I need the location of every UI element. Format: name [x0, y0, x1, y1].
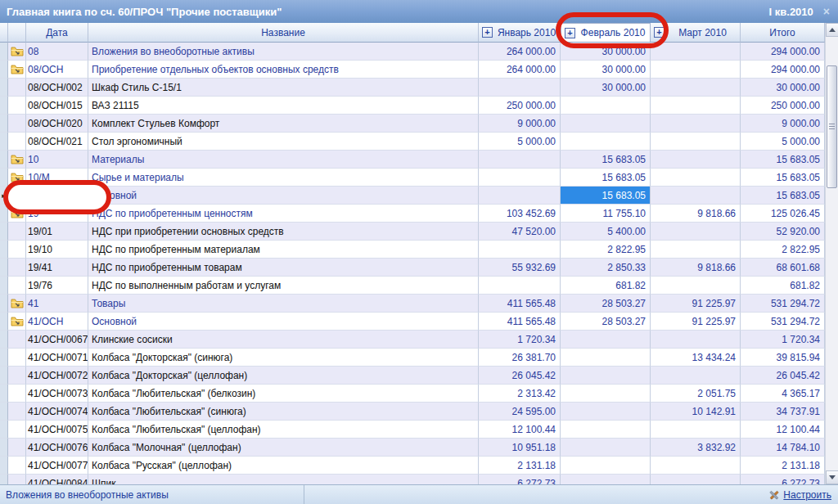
header-name[interactable]: Название	[88, 23, 479, 43]
cell-january[interactable]: 264 000.00	[479, 43, 561, 61]
table-row[interactable]: 08/ОСН/002 Шкаф Стиль С-15/1 30 000.00 3…	[0, 79, 825, 97]
row-date[interactable]: 19/41	[26, 259, 88, 277]
table-row[interactable]: 08/ОСН Приобретение отдельных объектов о…	[0, 61, 825, 79]
table-row[interactable]: 41/ОСН/0071 Колбаса "Докторская" (синюга…	[0, 349, 825, 367]
row-name[interactable]: Колбаса "Докторская" (целлофан)	[88, 367, 479, 385]
row-name[interactable]: Шпик	[88, 475, 479, 484]
cell-january[interactable]: 24 595.00	[479, 403, 561, 421]
cell-january[interactable]	[479, 151, 561, 169]
cell-january[interactable]: 103 452.69	[479, 205, 561, 223]
cell-march[interactable]	[651, 133, 741, 151]
cell-total[interactable]: 14 784.10	[741, 439, 825, 457]
expand-january-icon[interactable]: +	[482, 27, 493, 38]
table-row[interactable]: 41/ОСН/0076 Колбаса "Молочная" (целлофан…	[0, 439, 825, 457]
cell-total[interactable]: 30 000.00	[741, 79, 825, 97]
cell-february[interactable]	[561, 457, 651, 475]
cell-total[interactable]: 1 720.34	[741, 331, 825, 349]
cell-march[interactable]: 13 434.24	[651, 349, 741, 367]
cell-total[interactable]: 34 737.91	[741, 403, 825, 421]
header-march[interactable]: + Март 2010	[651, 23, 741, 43]
cell-february[interactable]: 30 000.00	[561, 61, 651, 79]
row-date[interactable]: 19	[26, 205, 88, 223]
cell-february[interactable]: 2 850.33	[561, 259, 651, 277]
cell-total[interactable]: 2 822.95	[741, 241, 825, 259]
cell-january[interactable]	[479, 169, 561, 187]
table-row[interactable]: 41/ОСН/0072 Колбаса "Докторская" (целлоф…	[0, 367, 825, 385]
cell-total[interactable]: 15 683.05	[741, 151, 825, 169]
table-row[interactable]: 08/ОСН/015 ВАЗ 21115 250 000.00 250 000.…	[0, 97, 825, 115]
row-date[interactable]: 10/М	[26, 169, 88, 187]
cell-march[interactable]: 2 051.75	[651, 385, 741, 403]
cell-march[interactable]: 91 225.97	[651, 313, 741, 331]
cell-march[interactable]: 9 818.66	[651, 205, 741, 223]
row-name[interactable]: Товары	[88, 295, 479, 313]
cell-march[interactable]	[651, 331, 741, 349]
table-row[interactable]: 41/ОСН/0074 Колбаса "Любительская" (синю…	[0, 403, 825, 421]
table-row[interactable]: 08/ОСН/020 Комплект Стульев Комфорт 9 00…	[0, 115, 825, 133]
cell-march[interactable]	[651, 367, 741, 385]
cell-total[interactable]: 39 815.94	[741, 349, 825, 367]
row-date[interactable]: 19/10	[26, 241, 88, 259]
cell-total[interactable]: 294 000.00	[741, 61, 825, 79]
row-name[interactable]: НДС по выполненным работам и услугам	[88, 277, 479, 295]
table-row[interactable]: 10 Материалы 15 683.05 15 683.05	[0, 151, 825, 169]
cell-total[interactable]: 68 601.68	[741, 259, 825, 277]
header-february[interactable]: + Февраль 2010	[561, 23, 651, 43]
row-date[interactable]: 08/ОСН/020	[26, 115, 88, 133]
scrollbar-thumb[interactable]	[827, 65, 837, 188]
cell-february[interactable]: 15 683.05	[561, 169, 651, 187]
cell-february[interactable]: 681.82	[561, 277, 651, 295]
cell-january[interactable]: 2 313.42	[479, 385, 561, 403]
table-row[interactable]: 19/10 НДС по приобретенным материалам 2 …	[0, 241, 825, 259]
cell-february[interactable]	[561, 403, 651, 421]
row-date[interactable]: 41/ОСН/0067	[26, 331, 88, 349]
table-row[interactable]: 19/01 НДС при приобретении основных сред…	[0, 223, 825, 241]
header-date[interactable]: Дата	[26, 23, 88, 43]
cell-february[interactable]: 15 683.05	[561, 187, 651, 205]
scroll-up-icon[interactable]	[826, 23, 838, 37]
row-name[interactable]: НДС по приобретенным материалам	[88, 241, 479, 259]
expand-march-icon[interactable]: +	[654, 27, 665, 38]
row-date[interactable]: 08/ОСН/015	[26, 97, 88, 115]
row-date[interactable]: 41	[26, 295, 88, 313]
cell-march[interactable]	[651, 187, 741, 205]
row-name[interactable]: Стол эргономичный	[88, 133, 479, 151]
cell-january[interactable]: 9 000.00	[479, 115, 561, 133]
cell-march[interactable]: 91 225.97	[651, 295, 741, 313]
row-name[interactable]: Материалы	[88, 151, 479, 169]
cell-march[interactable]	[651, 277, 741, 295]
table-row[interactable]: 08/ОСН/021 Стол эргономичный 5 000.00 5 …	[0, 133, 825, 151]
cell-march[interactable]	[651, 223, 741, 241]
table-row[interactable]: 08 Вложения во внеоборотные активы 264 0…	[0, 43, 825, 61]
row-name[interactable]: Комплект Стульев Комфорт	[88, 115, 479, 133]
row-name[interactable]: Приобретение отдельных объектов основных…	[88, 61, 479, 79]
cell-january[interactable]: 26 045.42	[479, 367, 561, 385]
cell-march[interactable]	[651, 151, 741, 169]
table-row[interactable]: 10/М Сырье и материалы 15 683.05 15 683.…	[0, 169, 825, 187]
cell-total[interactable]: 12 100.44	[741, 421, 825, 439]
cell-total[interactable]: 26 045.42	[741, 367, 825, 385]
cell-january[interactable]	[479, 187, 561, 205]
cell-total[interactable]: 15 683.05	[741, 187, 825, 205]
cell-february[interactable]	[561, 133, 651, 151]
cell-january[interactable]: 26 381.70	[479, 349, 561, 367]
row-date[interactable]: 41/ОСН	[26, 313, 88, 331]
cell-total[interactable]: 5 000.00	[741, 133, 825, 151]
table-row[interactable]: 41/ОСН/0077 Колбаса "Русская" (целлофан)…	[0, 457, 825, 475]
cell-february[interactable]	[561, 439, 651, 457]
cell-february[interactable]	[561, 385, 651, 403]
cell-march[interactable]: 9 818.66	[651, 259, 741, 277]
table-row[interactable]: 41/ОСН/0073 Колбаса "Любительская" (белк…	[0, 385, 825, 403]
table-row[interactable]: 41 Товары 411 565.48 28 503.27 91 225.97…	[0, 295, 825, 313]
configure-link[interactable]: Настроить	[783, 489, 831, 501]
close-icon[interactable]: ×	[822, 6, 831, 17]
cell-march[interactable]	[651, 475, 741, 484]
cell-february[interactable]	[561, 97, 651, 115]
cell-total[interactable]: 125 026.45	[741, 205, 825, 223]
row-name[interactable]: Колбаса "Любительская" (белкозин)	[88, 385, 479, 403]
row-date[interactable]: 19/01	[26, 223, 88, 241]
cell-january[interactable]: 5 000.00	[479, 133, 561, 151]
row-date[interactable]: 08	[26, 43, 88, 61]
cell-march[interactable]	[651, 457, 741, 475]
row-date[interactable]: 08/ОСН/021	[26, 133, 88, 151]
